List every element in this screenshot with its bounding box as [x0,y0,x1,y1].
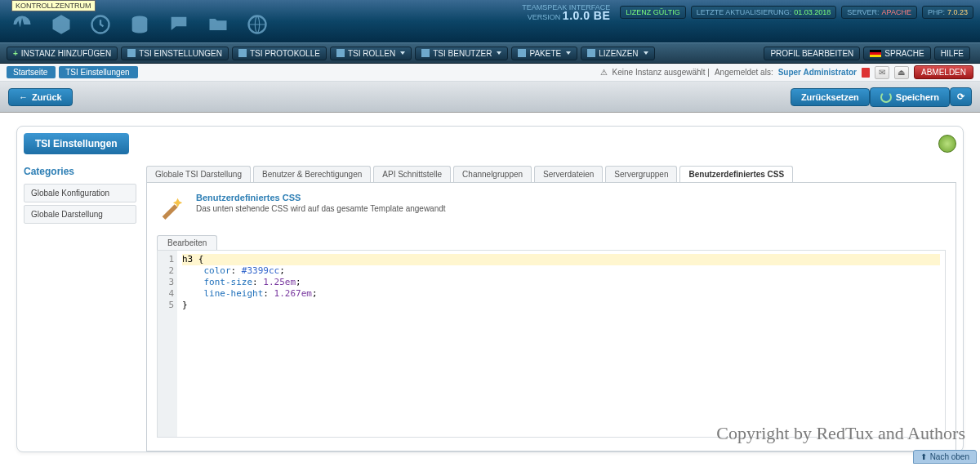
section-title: Benutzerdefiniertes CSS [196,193,446,202]
update-pill: LETZTE AKTUALISIERUNG: 01.03.2018 [691,6,837,19]
globe-icon[interactable] [243,11,271,38]
action-bar: ←Zurück Zurücksetzen Speichern ⟳ [0,82,980,113]
dashboard-icon[interactable] [8,11,36,38]
menu-bar: +INSTANZ HINZUFÜGEN TSI EINSTELLUNGEN TS… [0,42,980,64]
tab-channelgroups[interactable]: Channelgruppen [453,166,532,182]
tab-global-display[interactable]: Globale TSI Darstellung [146,166,251,182]
tab-servergroups[interactable]: Servergruppen [605,166,677,182]
menu-licenses[interactable]: LIZENZEN [581,47,654,60]
extra-action-button[interactable]: ⟳ [950,87,972,106]
to-top-button[interactable]: ⬆Nach oben [913,450,977,464]
menu-add-instance[interactable]: +INSTANZ HINZUFÜGEN [7,47,118,60]
product-name: TEAMSPEAK INTERFACE VERSION 1.0.0 BE [522,3,610,21]
reset-button[interactable]: Zurücksetzen [791,88,870,106]
gear-icon[interactable] [938,135,956,153]
back-button[interactable]: ←Zurück [8,88,73,106]
header-icon-row [8,11,271,38]
panel-title: TSI Einstellungen [24,133,129,154]
flag-de-icon [870,50,881,57]
logout-button[interactable]: ABMELDEN [914,65,973,79]
warning-icon: ⚠ [600,68,608,77]
menu-tsi-logs[interactable]: TSI PROTOKOLLE [232,47,327,60]
php-pill: PHP: 7.0.23 [922,6,973,19]
server-pill: SERVER: APACHE [841,6,917,19]
menu-language[interactable]: SPRACHE [863,47,930,60]
logged-in-label: Angemeldet als: [715,68,773,77]
shield-icon [862,68,870,78]
save-button[interactable]: Speichern [870,87,950,107]
editor-gutter: 12345 [158,251,177,437]
tab-serverfiles[interactable]: Serverdateien [534,166,603,182]
database-icon[interactable] [126,11,154,38]
tab-api[interactable]: API Schnittstelle [373,166,451,182]
copyright-watermark: Copyright by RedTux and Authors [716,423,965,444]
cube-icon[interactable] [47,11,75,38]
instance-warning: Keine Instanz ausgewählt | [612,68,710,77]
top-header: KONTROLLZENTRUM TEAMSPEAK INTERFACE VERS… [0,0,980,42]
breadcrumb-bar: Startseite TSI Einstellungen ⚠ Keine Ins… [0,64,980,82]
menu-tsi-roles[interactable]: TSI ROLLEN [330,47,412,60]
tab-pane: Benutzerdefiniertes CSS Das unten stehen… [146,182,956,451]
save-icon [880,91,892,103]
exit-icon[interactable]: ⏏ [894,66,909,79]
header-right: TEAMSPEAK INTERFACE VERSION 1.0.0 BE LIZ… [522,3,973,21]
tab-custom-css[interactable]: Benutzerdefiniertes CSS [679,166,793,182]
menu-tsi-users[interactable]: TSI BENUTZER [415,47,508,60]
menu-packages[interactable]: PAKETE [511,47,577,60]
folder-icon[interactable] [204,11,232,38]
edit-subtab[interactable]: Bearbeiten [157,235,217,250]
css-editor[interactable]: 12345 h3 { color: #3399cc; font-size: 1.… [157,250,946,438]
current-user: Super Administrator [778,68,857,77]
breadcrumb-current[interactable]: TSI Einstellungen [59,66,137,78]
menu-tsi-settings[interactable]: TSI EINSTELLUNGEN [121,47,229,60]
category-global-display[interactable]: Globale Darstellung [24,205,136,224]
menu-profile-edit[interactable]: PROFIL BEARBEITEN [764,47,860,60]
mail-icon[interactable]: ✉ [875,66,889,79]
menu-help[interactable]: HILFE [934,47,970,60]
settings-panel: TSI Einstellungen Categories Globale Kon… [16,126,964,452]
tab-users-perms[interactable]: Benutzer & Berechtigungen [253,166,371,182]
main-column: Globale TSI Darstellung Benutzer & Berec… [146,166,956,451]
categories-sidebar: Categories Globale Konfiguration Globale… [24,166,136,451]
license-pill: LIZENZ GÜLTIG [620,6,685,19]
wand-icon [157,193,186,222]
section-desc: Das unten stehende CSS wird auf das gesa… [196,204,446,213]
categories-title: Categories [24,166,136,177]
clock-icon[interactable] [87,11,114,38]
editor-code[interactable]: h3 { color: #3399cc; font-size: 1.25em; … [177,251,945,437]
chat-icon[interactable] [165,11,193,38]
category-global-config[interactable]: Globale Konfiguration [24,184,136,202]
tab-strip: Globale TSI Darstellung Benutzer & Berec… [146,166,956,182]
breadcrumb-home[interactable]: Startseite [7,66,56,78]
tooltip-kontrollzentrum: KONTROLLZENTRUM [11,0,96,11]
crumb-right: ⚠ Keine Instanz ausgewählt | Angemeldet … [600,65,973,79]
